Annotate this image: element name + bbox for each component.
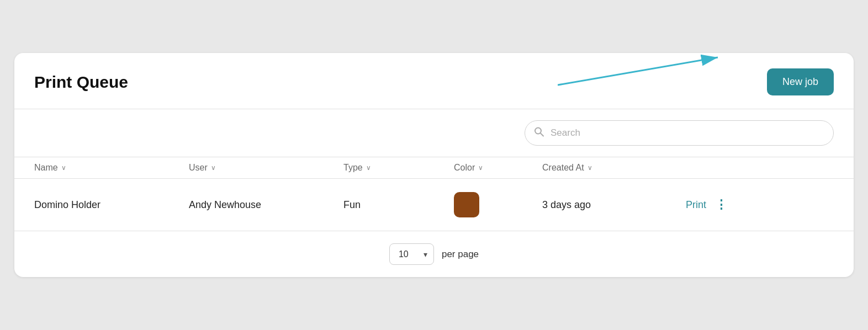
col-name-chevron: ∨ [61,164,66,172]
more-actions-button[interactable]: ⋮ [715,199,727,211]
card-header: Print Queue New job [14,53,854,109]
per-page-label: per page [442,249,479,260]
col-user[interactable]: User ∨ [189,163,343,173]
arrow-decoration [558,53,734,96]
col-type[interactable]: Type ∨ [343,163,454,173]
col-user-chevron: ∨ [211,164,216,172]
svg-line-1 [558,57,718,85]
col-type-chevron: ∨ [366,164,371,172]
table-body: Domino Holder Andy Newhouse Fun 3 days a… [14,179,854,231]
col-created-at[interactable]: Created At ∨ [542,163,686,173]
search-input[interactable] [525,120,834,146]
cell-color [454,192,542,217]
search-icon [533,126,544,140]
cell-actions: Print ⋮ [686,199,834,211]
search-container [525,120,834,146]
col-created-at-chevron: ∨ [588,164,592,172]
cell-user: Andy Newhouse [189,199,343,211]
col-created-at-label: Created At [542,163,584,173]
color-swatch [454,192,479,217]
page-title: Print Queue [34,73,128,92]
col-color-chevron: ∨ [478,164,483,172]
print-link[interactable]: Print [686,199,706,211]
table-row: Domino Holder Andy Newhouse Fun 3 days a… [14,179,854,231]
col-name-label: Name [34,163,58,173]
search-row [14,109,854,157]
new-job-button[interactable]: New job [767,68,834,95]
per-page-select[interactable]: 10 25 50 100 [389,243,434,265]
col-color-label: Color [454,163,475,173]
col-type-label: Type [343,163,363,173]
header-right: New job [767,68,834,95]
col-name[interactable]: Name ∨ [34,163,189,173]
col-user-label: User [189,163,208,173]
cell-name: Domino Holder [34,199,189,211]
per-page-wrapper: 10 25 50 100 [389,243,434,265]
cell-created-at: 3 days ago [542,199,686,211]
svg-line-3 [541,133,544,136]
cell-type: Fun [343,199,454,211]
col-actions [686,163,834,173]
table-header: Name ∨ User ∨ Type ∨ Color ∨ Created At … [14,157,854,179]
print-queue-card: Print Queue New job [14,53,854,277]
table-footer: 10 25 50 100 per page [14,231,854,277]
col-color[interactable]: Color ∨ [454,163,542,173]
